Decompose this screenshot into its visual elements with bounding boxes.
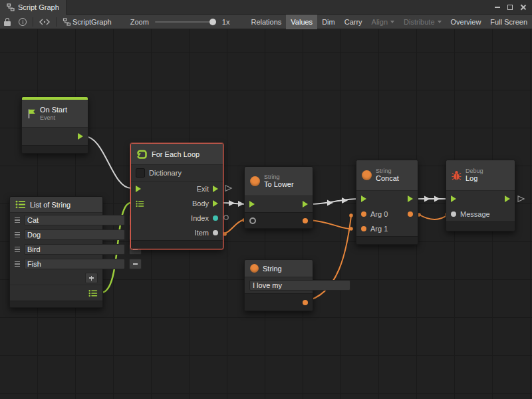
exit-port[interactable] xyxy=(213,186,218,192)
string-value-input[interactable] xyxy=(249,280,350,291)
node-list-of-string[interactable]: List of String xyxy=(9,196,103,308)
graph-name-label: ScriptGraph xyxy=(72,18,112,26)
toolbar-separator xyxy=(56,17,57,27)
drag-handle-icon[interactable] xyxy=(15,217,20,223)
lock-button[interactable] xyxy=(0,15,15,29)
flow-out-port[interactable] xyxy=(505,196,510,202)
item-label: Item xyxy=(195,229,209,237)
node-title: To Lower xyxy=(264,180,294,189)
script-graph-icon xyxy=(63,18,71,26)
string-circle-icon xyxy=(250,264,259,273)
inspect-button[interactable] xyxy=(15,15,31,29)
list-item-input[interactable] xyxy=(24,259,125,269)
list-item-input[interactable] xyxy=(24,215,125,225)
node-footer xyxy=(446,221,515,231)
node-title: On Start xyxy=(40,106,67,114)
dictionary-checkbox[interactable] xyxy=(136,168,145,178)
chevron-down-icon xyxy=(438,21,442,23)
unity-script-graph-window: Script Graph ScriptGraph xyxy=(0,0,532,399)
result-out-port[interactable] xyxy=(303,218,308,223)
bug-icon xyxy=(452,170,462,181)
align-button[interactable]: Align xyxy=(367,15,399,29)
node-concat[interactable]: String Concat Arg 0 Arg 1 xyxy=(356,160,418,245)
string-out-port[interactable] xyxy=(303,300,308,305)
tab-script-graph[interactable]: Script Graph xyxy=(0,0,66,15)
dictionary-label: Dictionary xyxy=(149,169,182,177)
node-title: For Each Loop xyxy=(152,150,200,158)
message-port[interactable] xyxy=(451,211,456,217)
remove-item-button[interactable] xyxy=(129,259,142,269)
graph-reference[interactable]: ScriptGraph xyxy=(59,15,116,29)
port-row-message: Message xyxy=(446,207,515,221)
node-debug-log[interactable]: Debug Log Message xyxy=(446,160,515,231)
info-icon xyxy=(19,18,27,26)
overview-button[interactable]: Overview xyxy=(446,15,486,29)
dictionary-row: Dictionary xyxy=(131,165,223,181)
value-row xyxy=(245,212,313,228)
flow-in-port[interactable] xyxy=(451,196,456,202)
list-item-input[interactable] xyxy=(24,244,125,255)
list-in-port[interactable] xyxy=(136,200,144,207)
node-on-start[interactable]: On Start Event xyxy=(21,96,88,154)
item-port[interactable] xyxy=(213,230,218,235)
list-out-port[interactable] xyxy=(88,289,98,297)
flow-out-port[interactable] xyxy=(408,196,413,202)
drag-handle-icon[interactable] xyxy=(15,232,20,238)
full-screen-button[interactable]: Full Screen xyxy=(485,15,532,29)
port-row-item: Item xyxy=(131,225,223,240)
drag-handle-icon[interactable] xyxy=(15,261,20,267)
body-label: Body xyxy=(192,200,209,207)
node-header: String To Lower xyxy=(245,167,313,196)
dim-button[interactable]: Dim xyxy=(317,15,340,29)
wire-tolower-to-concat xyxy=(310,199,358,204)
zoom-slider-handle[interactable] xyxy=(209,19,216,25)
flow-in-port[interactable] xyxy=(136,186,141,192)
node-for-each-loop[interactable]: For Each Loop Dictionary Exit B xyxy=(130,143,223,249)
flow-in-port[interactable] xyxy=(249,201,255,207)
graph-canvas[interactable]: On Start Event List of String xyxy=(0,29,532,399)
zoom-slider[interactable] xyxy=(155,21,216,23)
body-port[interactable] xyxy=(213,200,218,207)
node-footer xyxy=(22,145,88,153)
result-out-port[interactable] xyxy=(408,211,413,217)
node-footer xyxy=(356,236,418,244)
add-item-row xyxy=(10,271,102,285)
node-header: List of String xyxy=(10,197,102,213)
flow-row xyxy=(446,191,515,207)
lock-icon xyxy=(4,18,11,26)
list-item-row xyxy=(10,213,102,227)
exit-unconnected-arrow xyxy=(225,186,231,191)
arg0-port[interactable] xyxy=(361,211,366,217)
distribute-button[interactable]: Distribute xyxy=(399,15,446,29)
node-title: Concat xyxy=(376,174,399,183)
index-label: Index xyxy=(191,214,209,222)
node-string-literal[interactable]: String xyxy=(244,259,313,311)
tab-title: Script Graph xyxy=(18,3,59,11)
flow-out-port[interactable] xyxy=(303,201,308,207)
maximize-icon[interactable] xyxy=(507,5,513,10)
node-to-lower[interactable]: String To Lower xyxy=(244,166,313,229)
relations-button[interactable]: Relations xyxy=(246,15,286,29)
drag-handle-icon[interactable] xyxy=(15,247,20,253)
window-titlebar: Script Graph xyxy=(0,0,532,15)
index-port[interactable] xyxy=(213,215,218,221)
node-footer xyxy=(10,301,102,307)
close-icon[interactable] xyxy=(520,4,526,10)
minus-icon xyxy=(133,263,138,265)
carry-button[interactable]: Carry xyxy=(340,15,367,29)
wire-onstart-to-foreach xyxy=(84,136,131,188)
list-item-input[interactable] xyxy=(24,229,125,240)
target-in-port[interactable] xyxy=(249,217,256,224)
values-button[interactable]: Values xyxy=(286,15,317,29)
add-item-button[interactable] xyxy=(85,273,98,283)
edit-graph-button[interactable] xyxy=(35,15,54,29)
flag-icon xyxy=(27,108,36,119)
flow-out-port[interactable] xyxy=(78,133,83,140)
arg1-port[interactable] xyxy=(361,226,366,231)
list-item-row xyxy=(10,227,102,242)
flow-in-port[interactable] xyxy=(361,196,366,202)
minimize-icon[interactable] xyxy=(495,7,500,8)
index-unconnected-dot xyxy=(224,215,228,219)
arg0-label: Arg 0 xyxy=(370,210,388,218)
node-title: List of String xyxy=(30,201,70,209)
